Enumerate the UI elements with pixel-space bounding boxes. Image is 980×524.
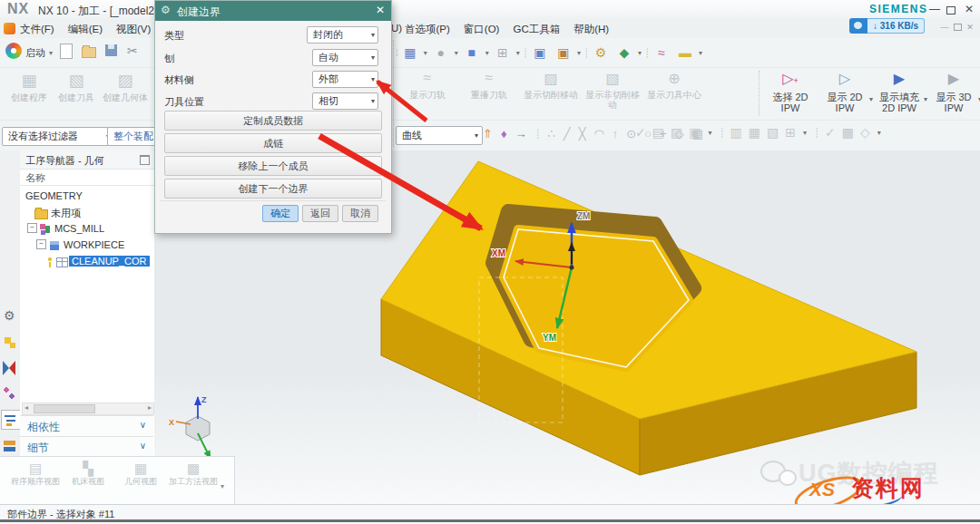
custom-member-data-button[interactable]: 定制成员数据 — [164, 111, 382, 131]
close-button[interactable]: ✕ — [962, 3, 976, 15]
show-tool-center-button[interactable]: ⊕ 显示刀具中心 — [643, 70, 705, 110]
pin-panel-icon[interactable] — [140, 155, 150, 165]
list-icon[interactable]: ▤ — [652, 125, 664, 140]
check-icon[interactable]: ✓ — [825, 125, 836, 140]
show-2d-ipw-button[interactable]: ▷ 显示 2D IPW ▾ — [818, 70, 871, 113]
intersection-snap-icon[interactable]: ╳ — [579, 127, 586, 141]
select-2d-ipw-button[interactable]: ▷+ 选择 2D IPW — [764, 70, 817, 113]
show-3d-ipw-button[interactable]: ▶ 显示 3D IPW ▾ — [927, 70, 980, 113]
geometry-view-button[interactable]: ▦ 几何视图 — [116, 461, 165, 486]
remove-last-member-button[interactable]: 移除上一个成员 — [164, 156, 382, 176]
minimize-button[interactable]: — — [927, 3, 942, 15]
tool-position-dropdown[interactable]: 相切▾ — [312, 92, 378, 110]
material-side-dropdown[interactable]: 外部▾ — [312, 71, 378, 88]
constraint-navigator-icon[interactable] — [3, 361, 15, 375]
tree-row-workpiece[interactable]: − WORKPIECE — [20, 238, 154, 254]
assembly-navigator-icon[interactable]: ⚙ — [4, 308, 15, 323]
plane-dropdown[interactable]: 自动▾ — [312, 49, 378, 66]
scroll-right-icon[interactable]: ▸ — [148, 403, 152, 412]
preferences-tool-icon[interactable]: ⚙ — [590, 42, 612, 63]
orient-view-icon[interactable]: ■ — [461, 42, 483, 63]
restore-button[interactable] — [944, 5, 958, 17]
tree-row-geometry[interactable]: GEOMETRY — [20, 189, 154, 205]
menu-file[interactable]: 文件(F) — [20, 23, 54, 36]
verify-icon[interactable]: ✓ — [635, 125, 646, 140]
transform-icon[interactable]: ▧ — [767, 125, 779, 140]
roles-icon[interactable] — [3, 386, 17, 401]
ok-button[interactable]: 确定 — [262, 205, 299, 222]
arc-snap-icon[interactable]: ◠ — [594, 127, 604, 141]
scroll-left-icon[interactable]: ◂ — [24, 403, 28, 412]
wcs-caret-icon[interactable]: ▾ — [577, 49, 581, 57]
dialog-header[interactable]: ⚙ 创建边界 ✕ — [155, 1, 391, 21]
vertical-snap-icon[interactable]: ↑ — [612, 127, 619, 141]
paste-icon[interactable]: ▦ — [749, 125, 760, 140]
back-button[interactable]: 返回 — [302, 205, 338, 222]
mdi-restore-button[interactable] — [951, 24, 964, 33]
mcs-origin[interactable] — [570, 266, 574, 270]
measure-caret-icon[interactable]: ▾ — [699, 49, 702, 57]
cancel-button[interactable]: 取消 — [342, 205, 378, 222]
save-icon[interactable] — [105, 44, 117, 56]
wcs-display-icon[interactable]: ▣ — [553, 42, 574, 63]
start-logo-icon[interactable] — [5, 43, 22, 59]
report-icon[interactable]: ▨ — [671, 125, 682, 140]
rendering-style-caret-icon[interactable]: ▾ — [455, 49, 458, 57]
arrow-snap-icon[interactable]: → — [515, 127, 527, 141]
line-snap-icon[interactable]: ╱ — [564, 127, 571, 141]
section-icon[interactable]: ▩ — [842, 125, 854, 140]
chevron-down-icon[interactable]: ∨ — [140, 420, 146, 430]
type-dropdown[interactable]: 封闭的▾ — [307, 26, 378, 44]
tree-row-mcs-mill[interactable]: − MCS_MILL — [20, 221, 154, 238]
show-toolpath-button[interactable]: ≈ 显示刀轨 — [397, 70, 458, 110]
new-file-icon[interactable] — [60, 44, 73, 59]
create-program-button[interactable]: ▦ 创建程序 — [5, 71, 53, 102]
directions-icon[interactable]: ◆ — [613, 42, 635, 63]
rendering-style-icon[interactable]: ● — [430, 42, 452, 63]
create-tool-button[interactable]: ▧ 创建刀具 — [53, 71, 100, 102]
part-navigator-icon[interactable] — [3, 335, 17, 350]
tree-row-unused[interactable]: 未用项 — [20, 205, 154, 221]
menu-gc-toolbox[interactable]: GC工具箱 — [513, 23, 560, 36]
object-display-icon[interactable]: ⊞ — [785, 125, 796, 140]
endpoint-snap-icon[interactable]: ⇑ — [483, 127, 493, 141]
chain-button[interactable]: 成链 — [164, 133, 382, 153]
show-non-cut-moves-button[interactable]: ▧ 显示非切削移动 — [582, 70, 643, 110]
directions-caret-icon[interactable]: ▾ — [638, 49, 642, 57]
dependencies-section[interactable]: 相依性 ∨ — [20, 415, 153, 436]
replay-toolpath-button[interactable]: ≈ 重播刀轨 — [458, 70, 520, 110]
dialog-close-icon[interactable]: ✕ — [376, 4, 385, 16]
menu-edit[interactable]: 编辑(E) — [68, 23, 103, 36]
layer-settings-icon[interactable]: ⊞ — [492, 42, 514, 63]
menu-view[interactable]: 视图(V) — [116, 23, 151, 36]
scrollbar-thumb[interactable] — [34, 404, 95, 413]
chevron-down-icon[interactable]: ∨ — [140, 441, 146, 451]
template-icon[interactable]: ▣ — [689, 125, 701, 140]
fit-view-icon[interactable]: ▦ — [399, 42, 421, 63]
open-file-icon[interactable] — [82, 44, 96, 58]
operation-navigator-tab[interactable] — [1, 410, 21, 430]
isometric-icon[interactable]: ◇ — [860, 125, 870, 140]
show-filled-2d-ipw-button[interactable]: ▶ 显示填充 2D IPW ▾ — [873, 70, 926, 113]
details-section[interactable]: 细节 ∨ — [20, 436, 153, 457]
more-views-caret-icon[interactable]: ▾ — [220, 482, 224, 490]
machine-tool-view-button[interactable]: ▚ 机床视图 — [64, 461, 113, 486]
program-order-view-button[interactable]: ▤ 程序顺序视图 — [11, 461, 60, 486]
midpoint-snap-icon[interactable]: ♦ — [501, 127, 507, 141]
edit-caret-icon[interactable]: ▾ — [803, 129, 807, 137]
tree-row-cleanup[interactable]: CLEANUP_COR — [20, 254, 154, 270]
collapse-icon[interactable]: − — [27, 223, 37, 233]
toolbar-handle[interactable]: ⁞ — [396, 48, 397, 58]
measure-icon[interactable]: ▬ — [674, 42, 696, 63]
machining-method-view-button[interactable]: ▩ 加工方法视图 — [169, 461, 218, 486]
cut-icon[interactable]: ✂ — [127, 44, 138, 58]
copy-icon[interactable]: ▥ — [730, 125, 741, 140]
layer-settings-caret-icon[interactable]: ▾ — [516, 49, 520, 57]
fit-view-caret-icon[interactable]: ▾ — [424, 49, 427, 57]
navigator-column-header[interactable]: 名称 — [20, 169, 154, 186]
start-caret-icon[interactable]: ▾ — [49, 49, 53, 57]
analysis-icon[interactable]: ≈ — [651, 42, 672, 63]
mdi-minimize-button[interactable]: — — [938, 23, 951, 32]
orient-view-caret-icon[interactable]: ▾ — [485, 49, 489, 57]
machine-navigator-icon[interactable] — [3, 439, 17, 453]
